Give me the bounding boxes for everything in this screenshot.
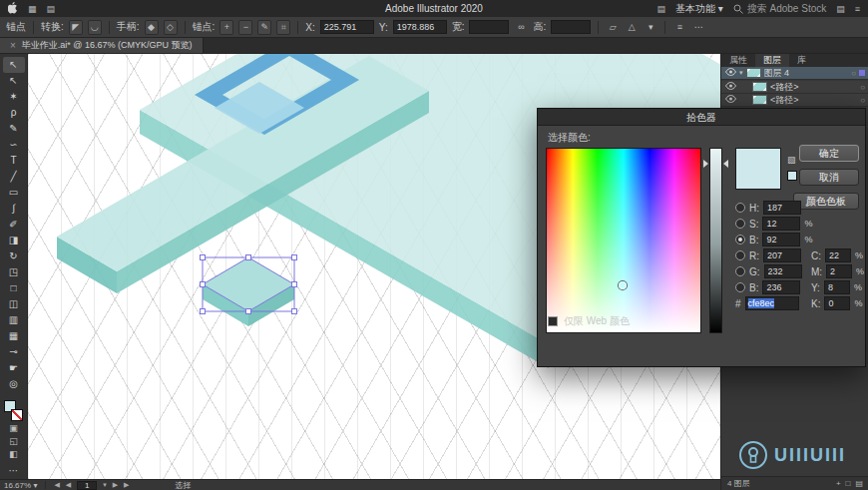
zoom-level[interactable]: 16.67% ▾: [4, 481, 37, 490]
mesh-tool[interactable]: ▦: [3, 328, 25, 344]
add-anchor-icon[interactable]: +: [219, 20, 233, 35]
toolbar-overflow-icon[interactable]: ⋯: [9, 465, 19, 476]
new-layer-icon[interactable]: +: [836, 479, 841, 488]
saturation-radio[interactable]: [735, 219, 745, 229]
eraser-tool[interactable]: ◨: [3, 233, 25, 248]
gradient-tool[interactable]: ▥: [3, 312, 25, 328]
green-radio[interactable]: [735, 266, 745, 276]
tab-libraries[interactable]: 库: [789, 54, 814, 67]
new-sublayer-icon[interactable]: □: [846, 479, 851, 488]
document-tab[interactable]: × 毕业作业.ai* @ 16.67% (CMYK/GPU 预览): [0, 38, 204, 53]
ok-button[interactable]: 确定: [799, 145, 859, 162]
align-menu-icon[interactable]: ≡: [672, 21, 686, 34]
layer-name[interactable]: <路径>: [770, 81, 857, 94]
out-of-web-gamut-cube-icon[interactable]: ▧: [787, 155, 796, 165]
green-input[interactable]: [764, 264, 802, 278]
red-radio[interactable]: [735, 250, 745, 260]
tab-properties[interactable]: 属性: [721, 54, 755, 67]
app-grid-icon[interactable]: ▦: [28, 4, 37, 14]
type-tool[interactable]: T: [3, 153, 25, 169]
spectrum-marker[interactable]: [619, 281, 627, 289]
target-circle-icon[interactable]: ○: [860, 96, 865, 105]
free-transform-tool[interactable]: □: [3, 280, 25, 296]
dialog-title-bar[interactable]: 拾色器: [538, 109, 865, 126]
cyan-input[interactable]: [825, 248, 851, 262]
layer-row[interactable]: ▾ 图层 4 ○: [721, 67, 868, 80]
workspace-switcher-icon[interactable]: ▤: [656, 4, 665, 14]
close-tab-icon[interactable]: ×: [10, 40, 16, 51]
apple-icon[interactable]: [8, 2, 18, 16]
saturation-input[interactable]: [762, 217, 800, 231]
layer-thumbnail[interactable]: [752, 95, 767, 105]
visibility-eye-icon[interactable]: [725, 95, 736, 105]
blue-input[interactable]: [762, 280, 800, 294]
next-artboard-icon[interactable]: ▶: [113, 481, 118, 489]
delete-layer-icon[interactable]: ▤: [855, 479, 863, 488]
magic-wand-tool[interactable]: ✶: [3, 89, 25, 105]
stock-search-field[interactable]: 搜索 Adobe Stock: [733, 2, 826, 16]
artboard-number-input[interactable]: 1: [77, 481, 97, 490]
rectangle-tool[interactable]: ▭: [3, 185, 25, 201]
target-circle-icon[interactable]: ○: [860, 83, 865, 92]
overflow-icon[interactable]: ⋯: [691, 21, 705, 34]
convert-corner-icon[interactable]: ◤: [69, 20, 83, 35]
first-artboard-icon[interactable]: ◀: [54, 481, 59, 489]
hue-radio[interactable]: [735, 203, 745, 213]
draw-behind-icon[interactable]: ◱: [3, 435, 25, 448]
pencil-tool[interactable]: ✐: [3, 217, 25, 233]
last-artboard-icon[interactable]: ▶: [124, 481, 129, 489]
app-panel-icon[interactable]: ▤: [47, 4, 56, 14]
layer-thumbnail[interactable]: [746, 68, 761, 78]
screen-mode-icon[interactable]: ◧: [3, 448, 25, 461]
menu-icon[interactable]: ≡: [855, 4, 860, 14]
cancel-button[interactable]: 取消: [799, 169, 859, 186]
red-input[interactable]: [763, 248, 801, 262]
tab-layers[interactable]: 图层: [755, 54, 789, 67]
eyedropper-tool[interactable]: ⊸: [3, 344, 25, 360]
layer-name[interactable]: <路径>: [770, 94, 857, 107]
show-handles-icon[interactable]: ◆: [145, 20, 159, 35]
width-input[interactable]: [469, 20, 509, 34]
color-spectrum-field[interactable]: [546, 148, 701, 333]
target-circle-icon[interactable]: ○: [851, 69, 856, 78]
direct-selection-tool[interactable]: ↖: [3, 73, 25, 89]
pen-options-icon[interactable]: ✎: [257, 20, 271, 35]
paintbrush-tool[interactable]: ∫: [3, 201, 25, 217]
pen-tool[interactable]: ✎: [3, 121, 25, 137]
link-dimensions-icon[interactable]: ∞: [514, 21, 528, 34]
layer-thumbnail[interactable]: [752, 82, 767, 92]
brightness-radio[interactable]: [735, 235, 745, 245]
lasso-tool[interactable]: ρ: [3, 105, 25, 121]
visibility-eye-icon[interactable]: [725, 82, 736, 92]
black-input[interactable]: [824, 296, 850, 310]
web-colors-only-checkbox[interactable]: [548, 316, 558, 326]
hide-handles-icon[interactable]: ◇: [164, 20, 178, 35]
convert-smooth-icon[interactable]: ◡: [88, 20, 102, 35]
blue-radio[interactable]: [735, 282, 745, 292]
slider-arrow-left-icon[interactable]: [703, 160, 708, 168]
curvature-tool[interactable]: ∽: [3, 137, 25, 153]
shear-icon[interactable]: △: [625, 21, 639, 34]
visibility-eye-icon[interactable]: [725, 68, 736, 78]
x-input[interactable]: [320, 20, 374, 34]
hand-tool[interactable]: ☛: [3, 360, 25, 376]
prev-artboard-icon[interactable]: ◀: [66, 481, 71, 489]
layer-name[interactable]: 图层 4: [764, 67, 849, 80]
selected-object[interactable]: [203, 257, 294, 326]
line-segment-tool[interactable]: ╱: [3, 169, 25, 185]
magenta-input[interactable]: [826, 264, 852, 278]
hex-input[interactable]: cfe8ec: [745, 296, 799, 310]
rotate-tool[interactable]: ↻: [3, 248, 25, 264]
expand-caret-icon[interactable]: ▾: [739, 69, 743, 77]
brightness-slider[interactable]: [709, 148, 722, 333]
remove-anchor-icon[interactable]: −: [238, 20, 252, 35]
isolate-icon[interactable]: ⌗: [276, 20, 290, 35]
height-input[interactable]: [551, 20, 591, 34]
yellow-input[interactable]: [824, 280, 850, 294]
fill-stroke-widget[interactable]: [4, 400, 24, 422]
transform-icon[interactable]: ▱: [606, 21, 620, 34]
layer-row[interactable]: <路径> ○: [721, 81, 868, 94]
hue-input[interactable]: [763, 201, 801, 215]
layer-row[interactable]: <路径> ○: [721, 94, 868, 107]
share-icon[interactable]: ▤: [836, 4, 845, 14]
